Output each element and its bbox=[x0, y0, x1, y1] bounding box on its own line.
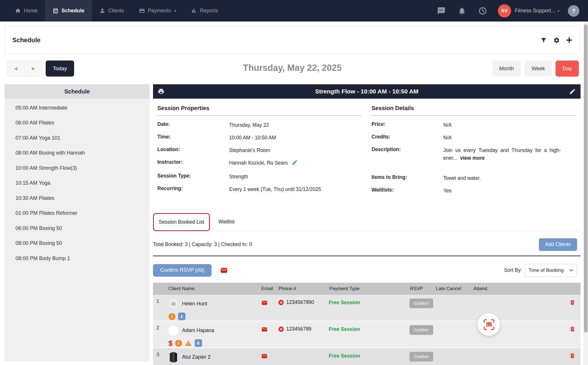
chevron-down-icon: ▾ bbox=[174, 9, 176, 13]
client-name[interactable]: Atul Zapier 2 bbox=[182, 354, 210, 360]
add-clients-button[interactable]: Add Clients bbox=[539, 238, 577, 251]
client-avatar[interactable] bbox=[168, 325, 179, 336]
sort-select[interactable]: Time of Booking bbox=[525, 264, 577, 277]
property-value: 10:00 AM - 10:50 AM bbox=[229, 134, 362, 142]
schedule-list-item[interactable]: 08:00 AM Boxing with Hannah bbox=[16, 146, 150, 161]
dollar-icon[interactable]: $ bbox=[169, 340, 173, 347]
schedule-list: 05:00 AM Intermediate06:00 AM Pilates07:… bbox=[5, 99, 150, 266]
client-avatar[interactable] bbox=[168, 298, 179, 309]
confirm-rsvp-button[interactable]: Confirm bbox=[409, 325, 433, 335]
property-value: Hannah Kozicki, Ru Sears bbox=[229, 159, 362, 168]
add-icon[interactable]: + bbox=[566, 37, 572, 43]
schedule-list-item[interactable]: 05:00 AM Intermediate bbox=[16, 100, 150, 116]
client-cell: Adam Hapana$i6 bbox=[168, 325, 261, 347]
user-name[interactable]: Fitness Support... bbox=[515, 8, 555, 14]
invalid-phone-icon bbox=[278, 326, 284, 332]
session-details: Session Details Price:N/ACredits:N/ADesc… bbox=[372, 105, 576, 200]
barcode-scan-button[interactable] bbox=[477, 313, 500, 336]
confirm-rsvp-button[interactable]: Confirm bbox=[409, 298, 433, 308]
warning-icon[interactable] bbox=[185, 340, 192, 347]
client-table: Client NameEmailPhone #Payment TypeRSVPL… bbox=[153, 283, 581, 365]
count-badge[interactable]: 6 bbox=[195, 339, 202, 347]
table-body: 1Helen Hunti11234567890Free SessionConfi… bbox=[153, 295, 581, 365]
view-day-button[interactable]: Day bbox=[556, 60, 579, 77]
edit-icon[interactable] bbox=[569, 88, 576, 95]
scrollbar-thumb[interactable] bbox=[584, 24, 587, 333]
invalid-phone-icon bbox=[278, 299, 284, 306]
main-nav: Home Schedule Clients Payments ▾ Reports bbox=[7, 0, 225, 22]
home-icon bbox=[15, 8, 21, 14]
property-label: Price: bbox=[372, 121, 443, 129]
delete-icon[interactable] bbox=[569, 326, 575, 332]
property-value: Join us every Tuesday and Thursday for a… bbox=[443, 147, 576, 162]
rsvp-cell: Confirm bbox=[409, 352, 435, 362]
nav-item-payments[interactable]: Payments ▾ bbox=[131, 0, 183, 22]
info-icon[interactable]: i bbox=[169, 313, 175, 320]
schedule-list-item[interactable]: 06:00 PM Boxing 50 bbox=[16, 221, 150, 236]
client-row: 1Helen Hunti11234567890Free SessionConfi… bbox=[153, 295, 581, 321]
column-header: Client Name bbox=[168, 286, 261, 291]
schedule-list-item[interactable]: 08:00 PM Body Bump 1 bbox=[16, 251, 150, 266]
delete-icon[interactable] bbox=[569, 352, 575, 359]
client-name[interactable]: Helen Hunt bbox=[182, 301, 207, 307]
print-icon[interactable] bbox=[158, 88, 165, 95]
calendar-icon bbox=[53, 8, 59, 14]
property-value: Thursday, May 22 bbox=[229, 121, 362, 129]
schedule-list-item[interactable]: 06:00 AM Pilates bbox=[16, 116, 150, 131]
property-row: Session Type:Strength bbox=[157, 173, 362, 181]
settings-icon[interactable] bbox=[553, 37, 560, 44]
property-value: N/A bbox=[443, 121, 576, 129]
nav-utilities: SV Fitness Support... ▾ ? bbox=[425, 0, 588, 22]
info-icon[interactable]: i bbox=[175, 340, 182, 347]
schedule-list-item[interactable]: 10:15 AM Yoga bbox=[16, 176, 150, 191]
column-header: Phone # bbox=[278, 286, 329, 291]
schedule-list-item[interactable]: 08:00 PM Boxing 50 bbox=[16, 236, 150, 251]
tab-waitlist[interactable]: Waitlist bbox=[210, 213, 243, 231]
phone-number: 123456789 bbox=[286, 326, 312, 332]
schedule-card-header: Schedule + bbox=[5, 26, 580, 54]
delete-icon[interactable] bbox=[569, 299, 575, 306]
count-badge[interactable]: 1 bbox=[178, 313, 185, 320]
property-label: Time: bbox=[157, 134, 229, 142]
filter-icon[interactable] bbox=[540, 37, 547, 44]
view-month-button[interactable]: Month bbox=[492, 60, 521, 77]
nav-label: Payments bbox=[148, 8, 171, 14]
email-icon[interactable] bbox=[261, 353, 268, 359]
email-all-icon[interactable] bbox=[220, 267, 228, 274]
edit-instructor-icon[interactable] bbox=[292, 159, 298, 168]
property-row: Instructor:Hannah Kozicki, Ru Sears bbox=[157, 159, 362, 168]
bell-icon[interactable] bbox=[458, 7, 466, 15]
sidebar-title: Schedule bbox=[5, 84, 150, 99]
schedule-list-item[interactable]: 07:00 AM Yoga 101 bbox=[16, 130, 150, 146]
schedule-list-item[interactable]: 10:30 AM Pilates bbox=[16, 191, 150, 206]
nav-item-clients[interactable]: Clients bbox=[92, 0, 131, 22]
nav-item-reports[interactable]: Reports bbox=[183, 0, 225, 22]
nav-label: Home bbox=[24, 8, 38, 14]
property-label: Date: bbox=[157, 121, 229, 129]
help-icon[interactable]: ? bbox=[568, 5, 579, 17]
client-avatar[interactable] bbox=[168, 352, 179, 363]
view-week-button[interactable]: Week bbox=[525, 60, 552, 77]
view-more-link[interactable]: view more bbox=[460, 155, 485, 161]
user-avatar[interactable]: SV bbox=[498, 4, 511, 17]
tab-session-booked-list[interactable]: Session Booked List bbox=[153, 213, 210, 231]
sort-by: Sort By: Time of Booking bbox=[504, 264, 577, 277]
schedule-list-item[interactable]: 10:00 AM Strength Flow(3) bbox=[16, 161, 150, 176]
page-scrollbar[interactable] bbox=[583, 22, 588, 365]
clock-icon[interactable] bbox=[478, 7, 487, 15]
payment-type: Free Session bbox=[329, 325, 409, 332]
date-toolbar: ◀ ▶ Today Thursday, May 22, 2025 Month W… bbox=[5, 60, 580, 78]
confirm-rsvp-button[interactable]: Confirm bbox=[409, 352, 433, 362]
nav-item-home[interactable]: Home bbox=[7, 0, 45, 22]
nav-label: Schedule bbox=[61, 8, 84, 14]
nav-item-schedule[interactable]: Schedule bbox=[45, 0, 92, 22]
booked-summary: Total Booked: 3 | Capacity: 3 | Checked … bbox=[153, 241, 252, 247]
email-icon[interactable] bbox=[261, 326, 268, 333]
schedule-list-item[interactable]: 01:00 PM Pilates Reformer bbox=[16, 206, 150, 221]
email-icon[interactable] bbox=[261, 300, 268, 306]
chat-icon[interactable] bbox=[437, 7, 446, 15]
confirm-rsvp-all-button[interactable]: Confirm RSVP (All) bbox=[153, 264, 212, 277]
page-title: Schedule bbox=[12, 36, 40, 44]
view-switcher: Month Week Day bbox=[492, 60, 579, 77]
client-name[interactable]: Adam Hapana bbox=[182, 327, 214, 333]
